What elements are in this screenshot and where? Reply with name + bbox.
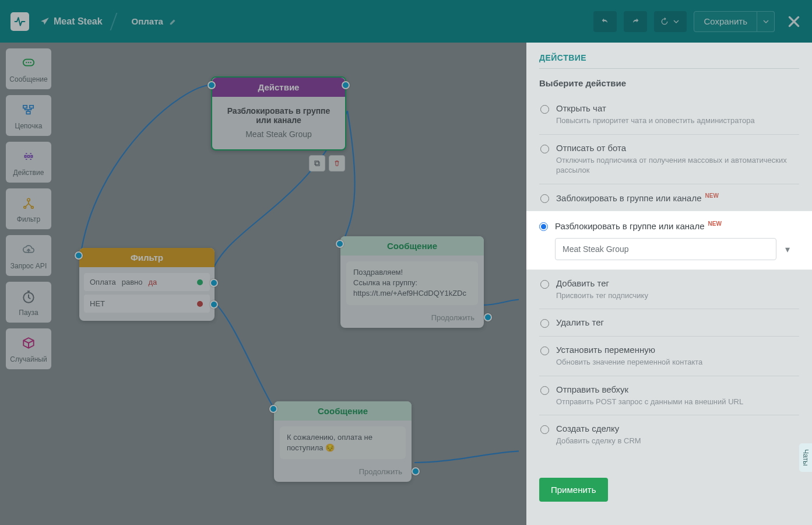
chats-side-tab[interactable]: Чаты xyxy=(799,443,812,472)
unblock-group-select[interactable]: Meat Steak Group xyxy=(555,238,776,260)
apply-button[interactable]: Применить xyxy=(539,478,608,502)
opt-del-tag[interactable]: Удалить тег xyxy=(539,309,799,336)
opt-unblock-group[interactable]: Разблокировать в группе или каналеNEW Me… xyxy=(526,211,812,270)
opt-create-deal[interactable]: Создать сделку Добавить сделку в CRM xyxy=(539,415,799,454)
radio-webhook[interactable] xyxy=(540,386,549,395)
radio-del-tag[interactable] xyxy=(540,319,549,328)
opt-webhook[interactable]: Отправить вебхук Отправить POST запрос с… xyxy=(539,376,799,415)
opt-set-var[interactable]: Установить переменную Обновить значение … xyxy=(539,336,799,376)
radio-set-var[interactable] xyxy=(540,346,549,355)
new-badge: NEW xyxy=(708,220,722,227)
action-panel: ДЕЙСТВИЕ Выберите действие Открыть чат П… xyxy=(526,43,812,525)
opt-add-tag[interactable]: Добавить тег Присвоить тег подписчику xyxy=(539,270,799,309)
radio-deal[interactable] xyxy=(540,425,549,434)
opt-unsubscribe[interactable]: Отписать от бота Отключить подписчика от… xyxy=(539,134,799,184)
panel-heading: ДЕЙСТВИЕ xyxy=(539,53,799,69)
radio-add-tag[interactable] xyxy=(540,280,549,289)
radio-open-chat[interactable] xyxy=(540,105,549,114)
opt-block-group[interactable]: Заблокировать в группе или каналеNEW xyxy=(539,184,799,211)
radio-unblock[interactable] xyxy=(539,222,548,231)
opt-open-chat[interactable]: Открыть чат Повысить приоритет чата и оп… xyxy=(539,95,799,134)
panel-subtitle: Выберите действие xyxy=(539,78,799,88)
radio-block[interactable] xyxy=(540,194,549,203)
new-badge: NEW xyxy=(705,192,719,199)
radio-unsub[interactable] xyxy=(540,145,549,153)
